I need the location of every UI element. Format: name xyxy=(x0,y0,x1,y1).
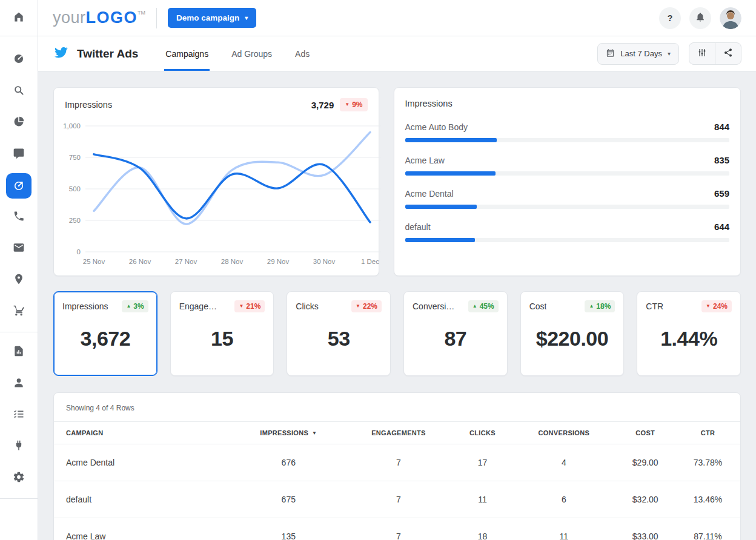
bar-label: default xyxy=(405,222,431,232)
report-title-group: Twitter Ads xyxy=(53,36,154,71)
change-badge: ▼9% xyxy=(340,98,367,111)
sidebar-item-integrations[interactable] xyxy=(0,431,38,463)
svg-text:500: 500 xyxy=(69,185,81,193)
kpi-value: 53 xyxy=(296,327,382,351)
location-pin-icon xyxy=(13,273,25,288)
impressions-trend-card: Impressions 3,729 ▼9% 02505007501,00025 … xyxy=(53,87,379,276)
checklist-icon xyxy=(13,408,25,423)
bar-list-item: Acme Auto Body844 xyxy=(405,122,730,142)
kpi-card-impressions[interactable]: Impressions▲3% 3,672 xyxy=(53,291,158,376)
table-row: Acme Law 135 7 18 11 $33.00 87.11% xyxy=(54,518,740,540)
sidebar-item-calls[interactable] xyxy=(0,202,38,233)
svg-text:28 Nov: 28 Nov xyxy=(221,258,244,265)
filters-button[interactable] xyxy=(689,43,715,64)
kpi-label: CTR xyxy=(646,301,663,311)
sidebar-item-settings[interactable] xyxy=(0,463,38,494)
kpi-card-engagements[interactable]: Engage…▼21% 15 xyxy=(170,291,274,376)
chevron-down-icon: ▾ xyxy=(668,51,671,57)
date-range-button[interactable]: Last 7 Days ▾ xyxy=(597,43,679,65)
logo-divider xyxy=(156,8,157,28)
sidebar-item-local[interactable] xyxy=(0,265,38,296)
envelope-icon xyxy=(13,242,25,256)
sidebar-item-messages[interactable] xyxy=(0,139,38,170)
sidebar-divider xyxy=(0,332,38,332)
sidebar-item-search[interactable] xyxy=(0,76,38,107)
chart-total-value: 3,729 xyxy=(311,100,334,110)
brand-logo[interactable]: your LOGO TM xyxy=(53,8,145,27)
svg-text:26 Nov: 26 Nov xyxy=(129,258,151,265)
bar-track xyxy=(405,138,730,142)
search-icon xyxy=(13,84,25,99)
tab-ads[interactable]: Ads xyxy=(295,36,310,71)
svg-text:27 Nov: 27 Nov xyxy=(175,258,197,265)
down-triangle-icon: ▼ xyxy=(706,304,711,309)
notifications-button[interactable] xyxy=(689,7,711,29)
help-button[interactable]: ? xyxy=(659,7,681,29)
bar-value: 644 xyxy=(714,222,729,232)
dashboard-icon xyxy=(13,53,25,67)
down-triangle-icon: ▼ xyxy=(356,304,360,309)
sort-desc-icon: ▼ xyxy=(312,430,317,436)
kpi-card-clicks[interactable]: Clicks▼22% 53 xyxy=(287,291,391,376)
kpi-value: $220.00 xyxy=(529,327,615,351)
kpi-card-cost[interactable]: Cost▲18% $220.00 xyxy=(520,291,625,376)
sliders-icon xyxy=(697,48,707,59)
kpi-card-conversions[interactable]: Conversi…▲45% 87 xyxy=(403,291,508,376)
kpi-value: 15 xyxy=(179,327,265,351)
column-header-impressions[interactable]: IMPRESSIONS▼ xyxy=(233,422,345,444)
sidebar-item-home[interactable] xyxy=(0,0,38,36)
report-icon xyxy=(13,345,25,360)
column-header-campaign[interactable]: CAMPAIGN xyxy=(54,422,233,444)
svg-text:0: 0 xyxy=(77,248,81,255)
column-header-engagements[interactable]: ENGAGEMENTS xyxy=(345,422,453,444)
impressions-line-chart: 02505007501,00025 Nov26 Nov27 Nov28 Nov2… xyxy=(54,112,391,277)
change-badge: ▲18% xyxy=(585,300,615,312)
chart-title: Impressions xyxy=(65,100,112,110)
share-button[interactable] xyxy=(715,43,741,64)
sidebar-divider xyxy=(0,498,38,499)
column-header-conversions[interactable]: CONVERSIONS xyxy=(512,422,615,444)
change-badge: ▼22% xyxy=(351,300,382,312)
svg-text:250: 250 xyxy=(69,217,81,224)
cart-icon xyxy=(13,305,25,319)
change-badge: ▼24% xyxy=(701,300,732,312)
column-header-clicks[interactable]: CLICKS xyxy=(453,422,512,444)
logo-logo: LOGO xyxy=(86,8,138,27)
column-header-ctr[interactable]: CTR xyxy=(675,422,740,444)
bar-label: Acme Law xyxy=(405,156,445,165)
question-mark-icon: ? xyxy=(668,13,673,23)
share-icon xyxy=(723,48,733,59)
sidebar-nav xyxy=(0,36,38,503)
sidebar-item-reports[interactable] xyxy=(0,337,38,368)
sidebar-item-email[interactable] xyxy=(0,233,38,265)
tab-ad-groups[interactable]: Ad Groups xyxy=(231,36,272,71)
user-avatar[interactable] xyxy=(720,7,741,29)
sidebar-item-ads[interactable] xyxy=(0,170,38,202)
down-triangle-icon: ▼ xyxy=(345,102,350,107)
table-row-count: Showing 4 of 4 Rows xyxy=(54,393,740,421)
report-header: Twitter Ads Campaigns Ad Groups Ads Last… xyxy=(38,36,756,71)
gear-icon xyxy=(13,471,25,486)
logo-your: your xyxy=(53,8,86,27)
tab-campaigns[interactable]: Campaigns xyxy=(165,36,208,71)
svg-text:29 Nov: 29 Nov xyxy=(267,258,290,265)
charts-row: Impressions 3,729 ▼9% 02505007501,00025 … xyxy=(53,87,741,276)
sidebar-item-ecommerce[interactable] xyxy=(0,296,38,328)
svg-text:1 Dec: 1 Dec xyxy=(361,258,379,265)
campaign-selector-button[interactable]: Demo campaign ▾ xyxy=(168,8,256,28)
campaigns-table-card: Showing 4 of 4 Rows CAMPAIGN IMPRESSIONS… xyxy=(53,392,741,540)
chevron-down-icon: ▾ xyxy=(245,15,248,21)
sidebar-item-analytics[interactable] xyxy=(0,107,38,139)
person-icon xyxy=(13,377,25,391)
sidebar-item-tasks[interactable] xyxy=(0,400,38,431)
sidebar-item-profile[interactable] xyxy=(0,368,38,400)
kpi-label: Engage… xyxy=(179,301,217,311)
kpi-card-ctr[interactable]: CTR▼24% 1.44% xyxy=(637,291,741,376)
column-header-cost[interactable]: COST xyxy=(615,422,675,444)
calendar-icon xyxy=(606,48,615,59)
sidebar-item-dashboard[interactable] xyxy=(0,44,38,76)
bar-track xyxy=(405,238,730,242)
topbar: your LOGO TM Demo campaign ▾ ? xyxy=(38,0,756,36)
kpi-value: 3,672 xyxy=(62,327,148,351)
up-triangle-icon: ▲ xyxy=(126,304,131,309)
